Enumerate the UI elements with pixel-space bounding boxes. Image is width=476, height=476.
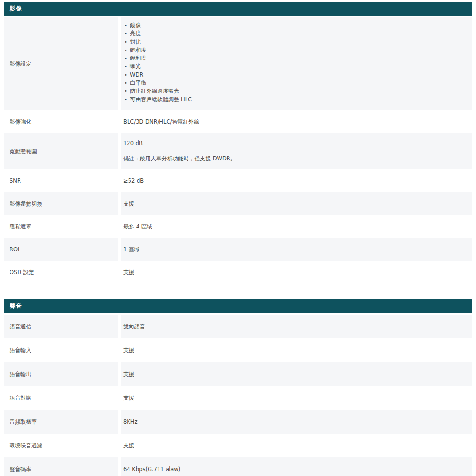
spec-label: 語音輸入 (4, 338, 118, 362)
list-item: 亮度 (124, 30, 192, 38)
spec-row-audio-communication: 語音通信 雙向語音 (4, 315, 472, 338)
spec-label: SNR (4, 169, 118, 192)
list-item: 白平衡 (124, 79, 192, 87)
spec-row-privacy-mask: 隱私遮罩 最多 4 區域 (4, 215, 472, 238)
spec-value: BLC/3D DNR/HLC/智慧紅外線 (121, 110, 472, 133)
spec-label: 音頻取樣率 (4, 410, 118, 434)
spec-row-sampling-rate: 音頻取樣率 8KHz (4, 410, 472, 434)
list-item: 鏡像 (124, 21, 192, 30)
spec-value: ≥52 dB (121, 169, 472, 192)
spec-value: 64 Kbps(G.711 alaw) (121, 457, 472, 476)
spec-value: 支援 (121, 192, 472, 215)
section-title: 影像 (10, 5, 22, 13)
spec-value: 雙向語音 (121, 315, 472, 338)
spec-label: 語音輸出 (4, 362, 118, 386)
section-audio-rows: 語音通信 雙向語音 語音輸入 支援 語音輸出 支援 語音對講 支援 音頻取樣率 … (4, 315, 472, 476)
spec-value: 最多 4 區域 (121, 215, 472, 238)
list-item: 防止紅外線過度曝光 (124, 87, 192, 95)
spec-value: 8KHz (121, 410, 472, 434)
spec-label: 影像參數切換 (4, 192, 118, 215)
list-item: 曝光 (124, 62, 192, 70)
spec-label: 影像設定 (4, 17, 118, 110)
section-audio: 聲音 語音通信 雙向語音 語音輸入 支援 語音輸出 支援 語音對講 支援 音頻取… (4, 299, 472, 476)
spec-row-osd: OSD 設定 支援 (4, 261, 472, 284)
spec-label: OSD 設定 (4, 261, 118, 284)
image-settings-list: 鏡像 亮度 對比 飽和度 銳利度 曝光 WDR 白平衡 防止紅外線過度曝光 可由… (123, 21, 192, 104)
list-item: 飽和度 (124, 46, 192, 54)
spec-value: 支援 (121, 386, 472, 410)
spec-value: 1 區域 (121, 238, 472, 261)
list-item: 可由客戶端軟體調整 HLC (124, 96, 192, 104)
specification-table: 影像 影像設定 鏡像 亮度 對比 飽和度 銳利度 曝光 WDR 白平衡 防止紅外… (4, 2, 472, 476)
spec-row-roi: ROI 1 區域 (4, 238, 472, 261)
section-image: 影像 影像設定 鏡像 亮度 對比 飽和度 銳利度 曝光 WDR 白平衡 防止紅外… (4, 2, 472, 284)
section-header-image: 影像 (4, 2, 472, 16)
spec-label: ROI (4, 238, 118, 261)
spec-label: 影像強化 (4, 110, 118, 133)
section-image-rows: 影像設定 鏡像 亮度 對比 飽和度 銳利度 曝光 WDR 白平衡 防止紅外線過度… (4, 17, 472, 284)
list-item: 銳利度 (124, 54, 192, 62)
spec-label: 聲音碼率 (4, 457, 118, 476)
spec-value: 支援 (121, 362, 472, 386)
spec-label: 寬動態範圍 (4, 133, 118, 169)
wdr-value-stack: 120 dB 備註：啟用人車分析功能時，僅支援 DWDR。 (123, 133, 236, 168)
spec-label: 語音通信 (4, 315, 118, 338)
wdr-note: 備註：啟用人車分析功能時，僅支援 DWDR。 (123, 155, 236, 162)
section-title: 聲音 (10, 302, 22, 310)
wdr-value: 120 dB (123, 140, 236, 147)
spec-row-audio-intercom: 語音對講 支援 (4, 386, 472, 410)
spec-row-audio-output: 語音輸出 支援 (4, 362, 472, 386)
spec-label: 隱私遮罩 (4, 215, 118, 238)
spec-row-image-settings: 影像設定 鏡像 亮度 對比 飽和度 銳利度 曝光 WDR 白平衡 防止紅外線過度… (4, 17, 472, 110)
spec-row-image-enhancement: 影像強化 BLC/3D DNR/HLC/智慧紅外線 (4, 110, 472, 133)
spec-row-noise-filtering: 環境噪音過濾 支援 (4, 434, 472, 457)
spec-value: 支援 (121, 261, 472, 284)
spec-row-snr: SNR ≥52 dB (4, 169, 472, 192)
spec-value: 支援 (121, 338, 472, 362)
spec-row-wdr: 寬動態範圍 120 dB 備註：啟用人車分析功能時，僅支援 DWDR。 (4, 133, 472, 169)
spec-row-audio-input: 語音輸入 支援 (4, 338, 472, 362)
spec-value: 120 dB 備註：啟用人車分析功能時，僅支援 DWDR。 (121, 133, 472, 169)
spec-row-param-switch: 影像參數切換 支援 (4, 192, 472, 215)
spec-label: 語音對講 (4, 386, 118, 410)
spec-row-audio-bitrate: 聲音碼率 64 Kbps(G.711 alaw) (4, 457, 472, 476)
spec-value: 鏡像 亮度 對比 飽和度 銳利度 曝光 WDR 白平衡 防止紅外線過度曝光 可由… (121, 17, 472, 110)
list-item: 對比 (124, 38, 192, 46)
spec-label: 環境噪音過濾 (4, 434, 118, 457)
spec-value: 支援 (121, 434, 472, 457)
section-header-audio: 聲音 (4, 299, 472, 313)
list-item: WDR (124, 71, 192, 79)
